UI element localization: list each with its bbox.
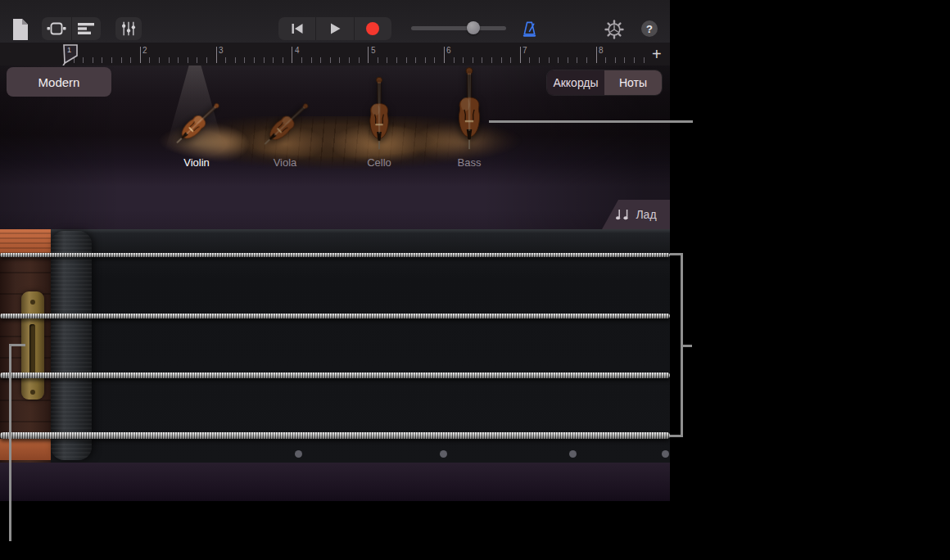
record-icon: [365, 21, 380, 36]
instrument-label: Viola: [274, 156, 297, 169]
view-switcher: [42, 17, 101, 40]
instrument-label: Cello: [367, 156, 391, 169]
instrument-stage: Modern Аккорды Ноты Violin: [0, 65, 670, 229]
garageband-window: ? 2 3 4 5 6 7 8 1 +: [0, 0, 670, 501]
metronome-button[interactable]: [519, 19, 539, 38]
bar-number: 5: [371, 46, 376, 55]
instrument-view-icon: [47, 21, 66, 36]
bar-number: 3: [219, 46, 224, 55]
add-bars-button[interactable]: +: [652, 43, 662, 65]
string-nut: [51, 231, 92, 460]
transport-controls: [278, 17, 391, 40]
string-3[interactable]: [0, 373, 670, 378]
strings-fretboard[interactable]: [0, 229, 670, 463]
instrument-viola[interactable]: Viola: [248, 88, 322, 167]
callout-tailpiece-corner: [9, 344, 25, 541]
rewind-button[interactable]: [278, 17, 315, 40]
chords-segment[interactable]: Аккорды: [547, 70, 604, 95]
bar-number: 8: [599, 46, 604, 55]
style-button-label: Modern: [38, 75, 80, 89]
fret-marker-dot: [295, 450, 302, 458]
play-icon: [328, 22, 342, 35]
document-icon: [12, 19, 29, 40]
bar-number: 6: [446, 46, 451, 55]
settings-button[interactable]: [604, 19, 625, 40]
notes-icon: [615, 208, 630, 221]
my-songs-button[interactable]: [11, 18, 29, 40]
callout-strings-bracket-tick: [681, 345, 692, 347]
volume-slider-knob[interactable]: [467, 21, 480, 34]
volume-slider[interactable]: [411, 26, 506, 30]
fret-marker-dot: [569, 450, 577, 458]
instrument-label: Bass: [458, 156, 482, 169]
play-button[interactable]: [315, 17, 353, 40]
fret-tab-label: Лад: [636, 208, 656, 221]
fret-marker-dot: [440, 450, 447, 458]
help-label: ?: [646, 23, 653, 35]
playhead-bar-number: 1: [67, 46, 71, 54]
metronome-icon: [521, 20, 538, 38]
tracks-view-button[interactable]: [71, 17, 102, 40]
ruler-major-ticks: [64, 47, 650, 63]
view-mode-toggle: Аккорды Ноты: [547, 70, 662, 95]
bar-number: 2: [142, 46, 147, 55]
wood-rail-bottom: [0, 439, 51, 460]
style-button[interactable]: Modern: [7, 67, 111, 97]
help-button[interactable]: ?: [641, 20, 658, 37]
string-4[interactable]: [0, 432, 670, 439]
wood-rail-top: [0, 229, 51, 254]
bar-number: 4: [295, 46, 300, 55]
callout-instruments-line: [489, 120, 693, 123]
screenshot-canvas: ? 2 3 4 5 6 7 8 1 +: [0, 0, 950, 560]
mixer-icon: [120, 20, 137, 37]
timeline-ruler[interactable]: 2 3 4 5 6 7 8 1 +: [0, 43, 670, 66]
toolbar: ?: [0, 0, 670, 43]
mixer-seg: [115, 17, 142, 40]
mixer-button[interactable]: [115, 17, 142, 40]
stage-apron: [0, 463, 670, 501]
violin-image: [168, 94, 228, 152]
string-1[interactable]: [0, 253, 670, 257]
string-2[interactable]: [0, 314, 670, 318]
instrument-cello[interactable]: Cello: [342, 75, 416, 167]
tracks-view-icon: [77, 22, 95, 35]
viola-image-wrap: [253, 94, 318, 157]
instrument-violin[interactable]: Violin: [160, 88, 233, 167]
instrument-label: Violin: [183, 156, 210, 169]
record-button[interactable]: [354, 17, 391, 40]
violin-image-wrap: [165, 94, 228, 155]
bar-number: 7: [522, 46, 527, 55]
bass-image: [450, 65, 489, 151]
gear-icon: [604, 20, 624, 39]
skip-to-start-icon: [290, 22, 305, 35]
viola-image: [255, 94, 317, 155]
fret-marker-dot: [662, 450, 669, 458]
playhead[interactable]: 1: [62, 44, 80, 67]
notes-segment[interactable]: Ноты: [604, 70, 662, 95]
cello-image: [363, 75, 396, 151]
instrument-view-button[interactable]: [42, 17, 71, 40]
instrument-bass[interactable]: Bass: [432, 65, 506, 167]
